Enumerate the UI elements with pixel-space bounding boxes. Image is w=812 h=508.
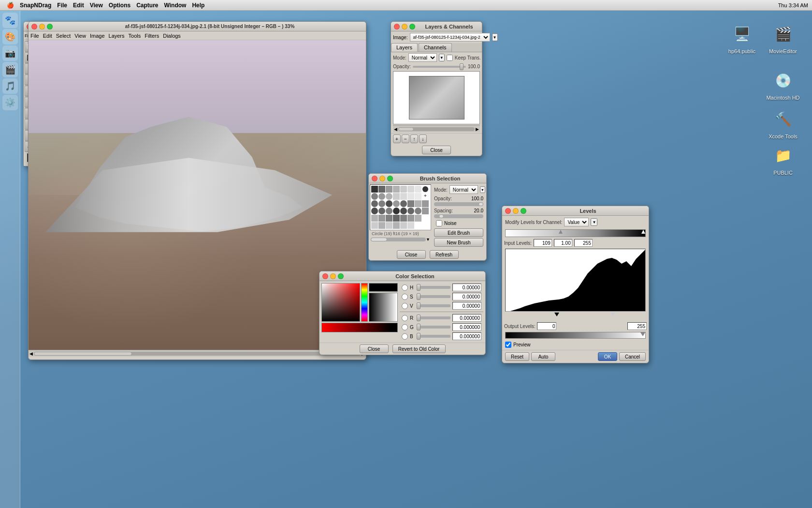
color-h-radio[interactable]: [402, 284, 408, 291]
apple-menu[interactable]: 🍎: [7, 2, 14, 9]
tab-channels[interactable]: Channels: [419, 43, 451, 52]
color-close-btn[interactable]: Close: [360, 344, 389, 353]
brush-cell-13[interactable]: [400, 193, 407, 200]
layers-min-tl[interactable]: [402, 24, 407, 30]
menu-capture[interactable]: Capture: [136, 2, 158, 9]
brush-cell-25[interactable]: [378, 208, 385, 214]
layers-close-btn[interactable]: Close: [422, 146, 451, 154]
brush-cell-11[interactable]: [386, 193, 392, 200]
color-b-slider[interactable]: [417, 335, 450, 338]
brush-cell-39[interactable]: [422, 215, 429, 222]
brush-max-tl[interactable]: [387, 176, 393, 181]
menu-window[interactable]: Window: [164, 2, 187, 9]
menu-snapndrag[interactable]: SnapNDrag: [20, 2, 51, 9]
dock-icon-app4[interactable]: 🎵: [2, 78, 18, 94]
desktop-icon-movie[interactable]: 🎬 MovieEditor: [764, 21, 802, 54]
main-menu-image[interactable]: Image: [90, 33, 105, 39]
color-close-tl[interactable]: [322, 273, 328, 279]
brush-cell-40[interactable]: [371, 222, 378, 229]
layers-scroll-right[interactable]: ▶: [476, 127, 479, 132]
main-menu-view[interactable]: View: [74, 33, 86, 39]
layers-del-btn[interactable]: −: [402, 134, 409, 143]
color-g-thumb[interactable]: [417, 324, 420, 330]
brush-cell-38[interactable]: [415, 215, 421, 222]
brush-spacing-track[interactable]: [434, 214, 483, 218]
brush-cell-27[interactable]: [393, 208, 400, 214]
layers-add-btn[interactable]: +: [393, 134, 401, 143]
brush-cell-28[interactable]: [400, 208, 407, 214]
levels-output-low-handle[interactable]: [506, 332, 510, 336]
brush-cell-23[interactable]: [422, 200, 429, 207]
levels-output-high-handle[interactable]: [640, 332, 645, 336]
brush-cell-3[interactable]: [386, 186, 392, 193]
desktop-icon-public[interactable]: 📁 PUBLIC: [764, 143, 802, 176]
brush-scroll-track[interactable]: [371, 238, 426, 241]
layers-scroll-track[interactable]: [398, 127, 475, 131]
color-g-input[interactable]: [452, 323, 481, 331]
brush-cell-12[interactable]: [393, 193, 400, 200]
brush-cell-26[interactable]: [386, 208, 392, 214]
color-b-thumb[interactable]: [417, 333, 420, 340]
brush-cell-7[interactable]: [415, 186, 421, 193]
brush-cell-32[interactable]: [371, 215, 378, 222]
brush-opacity-thumb[interactable]: [478, 202, 483, 206]
levels-mid-triangle[interactable]: [559, 230, 563, 234]
main-menu-edit[interactable]: Edit: [43, 33, 52, 39]
color-s-slider[interactable]: [417, 295, 450, 298]
layers-scroll-left[interactable]: ◀: [394, 127, 397, 132]
main-menu-file[interactable]: File: [30, 33, 39, 39]
color-g-radio[interactable]: [402, 324, 408, 330]
brush-cell-43[interactable]: [393, 222, 400, 229]
color-v-input[interactable]: [452, 302, 481, 310]
color-g-slider[interactable]: [417, 326, 450, 329]
levels-auto-btn[interactable]: Auto: [531, 352, 555, 361]
desktop-icon-machd[interactable]: 💿 Macintosh HD: [764, 68, 802, 101]
brush-cell-9[interactable]: [371, 193, 378, 200]
layers-opacity-slider[interactable]: [413, 66, 466, 68]
brush-cell-31[interactable]: [422, 208, 429, 214]
color-b-input[interactable]: [452, 332, 481, 340]
brush-cell-21[interactable]: [407, 200, 414, 207]
layers-hscrollbar[interactable]: ◀ ▶: [393, 125, 480, 132]
main-max-btn[interactable]: [47, 24, 53, 30]
main-close-btn[interactable]: [31, 24, 37, 30]
tab-layers[interactable]: Layers: [391, 43, 418, 52]
main-menu-tools[interactable]: Tools: [129, 33, 141, 39]
levels-input-low[interactable]: [534, 239, 552, 247]
color-r-thumb[interactable]: [417, 314, 420, 321]
color-square[interactable]: [321, 283, 360, 322]
color-r-input[interactable]: [452, 314, 481, 322]
scroll-track[interactable]: [34, 352, 361, 356]
dock-icon-app3[interactable]: 🎬: [2, 62, 18, 77]
menu-file[interactable]: File: [57, 2, 67, 9]
color-v-slider[interactable]: [417, 304, 450, 307]
main-menu-layers[interactable]: Layers: [109, 33, 125, 39]
color-max-tl[interactable]: [338, 273, 344, 279]
levels-high-triangle[interactable]: [641, 230, 645, 234]
levels-reset-btn[interactable]: Reset: [505, 352, 529, 361]
brush-cell-10[interactable]: [378, 193, 385, 200]
brush-cell-22[interactable]: [415, 200, 421, 207]
brush-cell-19[interactable]: [393, 200, 400, 207]
menu-help[interactable]: Help: [192, 2, 204, 9]
dock-icon-app2[interactable]: 📷: [2, 45, 18, 61]
brush-scroll-down[interactable]: ▼: [426, 237, 430, 242]
color-s-input[interactable]: [452, 293, 481, 300]
color-min-tl[interactable]: [330, 273, 336, 279]
main-menu-filters[interactable]: Filters: [145, 33, 159, 39]
brush-cell-14[interactable]: [407, 193, 414, 200]
brush-cell-29[interactable]: [407, 208, 414, 214]
main-menu-dialogs[interactable]: Dialogs: [163, 33, 181, 39]
color-r-slider[interactable]: [417, 316, 450, 319]
layers-close-tl[interactable]: [394, 24, 400, 30]
brush-grid[interactable]: +: [370, 184, 431, 230]
brush-cell-2[interactable]: [378, 186, 385, 193]
levels-close-tl[interactable]: [505, 208, 511, 214]
levels-output-high[interactable]: [627, 322, 647, 330]
brush-cell-45[interactable]: [407, 222, 414, 229]
desktop-icon-hp64[interactable]: 🖥️ hp64.public: [723, 21, 761, 54]
levels-channel-select[interactable]: Value: [564, 218, 589, 226]
layers-opacity-thumb[interactable]: [460, 63, 464, 70]
layers-mode-dropdown[interactable]: ▼: [439, 54, 445, 61]
brush-edit-btn[interactable]: Edit Brush: [434, 228, 483, 237]
